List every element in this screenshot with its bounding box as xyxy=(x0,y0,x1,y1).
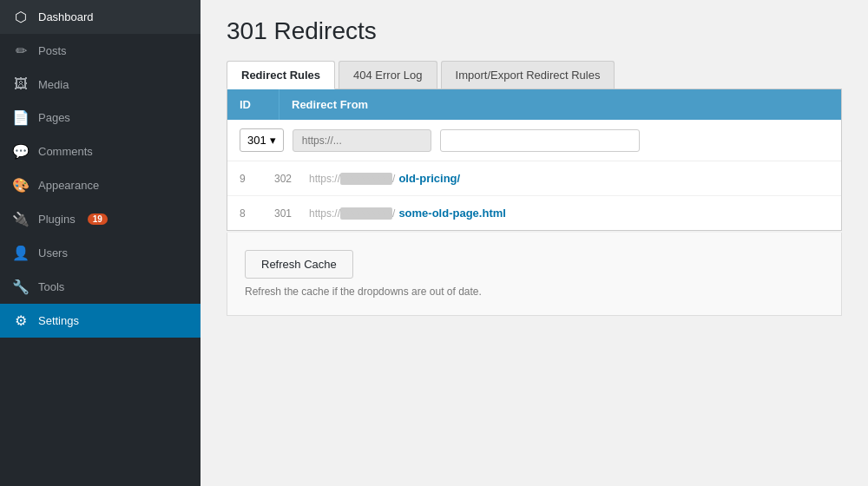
sidebar-item-label: Settings xyxy=(38,314,79,327)
main-content: 301 Redirects Redirect Rules 404 Error L… xyxy=(201,0,868,486)
sidebar-item-users[interactable]: 👤 Users xyxy=(0,236,201,270)
col-redirect-from-header: Redirect From xyxy=(279,89,841,120)
col-id-header: ID xyxy=(227,89,279,120)
plugins-badge: 19 xyxy=(88,213,108,225)
page-title: 301 Redirects xyxy=(227,17,842,45)
row-id-8: 8 xyxy=(240,207,274,220)
chevron-down-icon: ▾ xyxy=(270,134,276,147)
dashboard-icon: ⬡ xyxy=(12,9,30,25)
sidebar-item-dashboard[interactable]: ⬡ Dashboard xyxy=(0,0,201,34)
redirect-to-input[interactable] xyxy=(440,129,640,152)
pages-icon: 📄 xyxy=(12,109,30,126)
row-path-8[interactable]: some-old-page.html xyxy=(398,207,506,220)
tools-icon: 🔧 xyxy=(12,279,30,295)
tab-404-error-log[interactable]: 404 Error Log xyxy=(339,61,437,89)
sidebar-item-label: Pages xyxy=(38,111,70,124)
sidebar-item-label: Tools xyxy=(38,280,64,293)
settings-icon: ⚙ xyxy=(12,312,30,329)
redirect-type-select[interactable]: 301 ▾ xyxy=(240,128,284,152)
row-id-9: 9 xyxy=(240,173,274,185)
sidebar-item-appearance[interactable]: 🎨 Appearance xyxy=(0,168,201,202)
table-header: ID Redirect From xyxy=(227,89,841,120)
tab-redirect-rules[interactable]: Redirect Rules xyxy=(227,61,335,89)
refresh-cache-note: Refresh the cache if the dropdowns are o… xyxy=(245,286,824,298)
sidebar-item-label: Plugins xyxy=(38,213,76,226)
redirect-from-input[interactable] xyxy=(293,129,431,152)
type-select-value: 301 xyxy=(247,134,266,147)
sidebar: ⬡ Dashboard ✏ Posts 🖼 Media 📄 Pages 💬 Co… xyxy=(0,0,201,486)
refresh-cache-button[interactable]: Refresh Cache xyxy=(245,250,353,279)
sidebar-item-label: Appearance xyxy=(38,179,99,192)
tabs-bar: Redirect Rules 404 Error Log Import/Expo… xyxy=(227,61,842,89)
refresh-cache-box: Refresh Cache Refresh the cache if the d… xyxy=(227,233,842,316)
sidebar-item-label: Media xyxy=(38,78,69,91)
sidebar-item-label: Users xyxy=(38,246,68,259)
plugins-icon: 🔌 xyxy=(12,211,30,227)
sidebar-item-posts[interactable]: ✏ Posts xyxy=(0,34,201,68)
sidebar-item-tools[interactable]: 🔧 Tools xyxy=(0,270,201,304)
comments-icon: 💬 xyxy=(12,143,30,160)
row-path-9[interactable]: old-pricing/ xyxy=(398,172,460,185)
sidebar-item-label: Comments xyxy=(38,145,93,158)
new-redirect-row: 301 ▾ xyxy=(227,120,841,161)
table-row: 9 302 https://xxxxxxxxxx/ old-pricing/ xyxy=(227,161,841,196)
sidebar-item-comments[interactable]: 💬 Comments xyxy=(0,135,201,168)
posts-icon: ✏ xyxy=(12,43,30,59)
sidebar-item-settings[interactable]: ⚙ Settings xyxy=(0,304,201,338)
row-url-9: https://xxxxxxxxxx/ xyxy=(309,173,395,185)
users-icon: 👤 xyxy=(12,245,30,261)
redirects-table: ID Redirect From 301 ▾ 9 302 https://xxx… xyxy=(227,89,842,231)
sidebar-item-label: Posts xyxy=(38,44,67,57)
sidebar-item-pages[interactable]: 📄 Pages xyxy=(0,101,201,135)
sidebar-item-media[interactable]: 🖼 Media xyxy=(0,68,201,101)
sidebar-item-label: Dashboard xyxy=(38,10,94,23)
tab-import-export[interactable]: Import/Export Redirect Rules xyxy=(441,61,615,89)
appearance-icon: 🎨 xyxy=(12,177,30,194)
table-row: 8 301 https://xxxxxxxxxx/ some-old-page.… xyxy=(227,196,841,230)
sidebar-item-plugins[interactable]: 🔌 Plugins 19 xyxy=(0,202,201,236)
row-type-9: 302 xyxy=(274,173,309,185)
media-icon: 🖼 xyxy=(12,76,30,92)
row-url-8: https://xxxxxxxxxx/ xyxy=(309,207,395,220)
row-type-8: 301 xyxy=(274,207,309,220)
